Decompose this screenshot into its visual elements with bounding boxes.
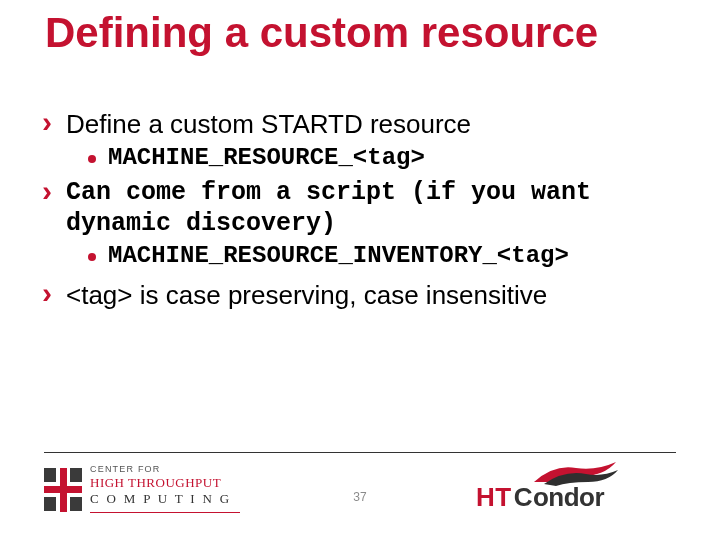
ht-text: HT — [476, 482, 512, 512]
slide: Defining a custom resource Define a cust… — [0, 0, 720, 540]
htcondor-logo: HTCondor — [476, 464, 676, 520]
chtc-line1: CENTER FOR — [90, 464, 231, 474]
slide-body: Define a custom STARTD resource MACHINE_… — [38, 100, 690, 314]
slide-title: Defining a custom resource — [45, 10, 685, 56]
bullet-text: Can come from a script (if you want dyna… — [66, 178, 591, 238]
bullet-text: Define a custom STARTD resource — [66, 109, 471, 139]
bullet-define-startd: Define a custom STARTD resource — [38, 108, 690, 141]
ondor-text: ondor — [533, 482, 604, 512]
chtc-underline — [90, 512, 240, 513]
bullet-from-script: Can come from a script (if you want dyna… — [38, 177, 690, 240]
code-text: MACHINE_RESOURCE_INVENTORY_<tag> — [108, 242, 569, 269]
bullet-text: <tag> is case preserving, case insensiti… — [66, 280, 547, 310]
sub-bullet-machine-resource: MACHINE_RESOURCE_<tag> — [38, 143, 690, 173]
c-text: C — [512, 482, 533, 512]
sub-bullet-machine-resource-inventory: MACHINE_RESOURCE_INVENTORY_<tag> — [38, 241, 690, 271]
footer-divider — [44, 452, 676, 453]
htcondor-wordmark: HTCondor — [476, 482, 604, 513]
code-text: MACHINE_RESOURCE_<tag> — [108, 144, 425, 171]
bullet-case-preserving: <tag> is case preserving, case insensiti… — [38, 279, 690, 312]
chtc-line2: HIGH THROUGHPUT — [90, 475, 231, 491]
footer: CENTER FOR HIGH THROUGHPUT C O M P U T I… — [0, 460, 720, 522]
